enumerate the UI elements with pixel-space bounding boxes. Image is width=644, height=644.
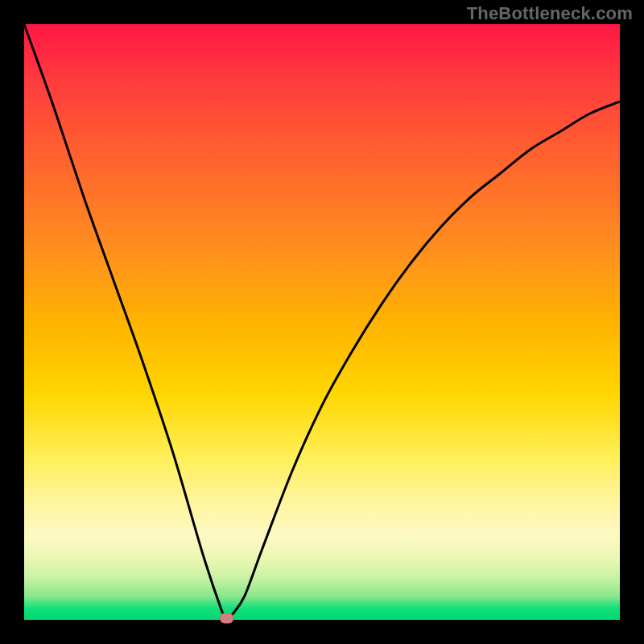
plot-area bbox=[24, 24, 620, 620]
min-marker bbox=[221, 613, 233, 623]
curve-layer bbox=[24, 24, 620, 620]
chart-frame: TheBottleneck.com bbox=[0, 0, 644, 644]
bottleneck-curve bbox=[24, 24, 620, 620]
watermark-text: TheBottleneck.com bbox=[467, 3, 633, 24]
